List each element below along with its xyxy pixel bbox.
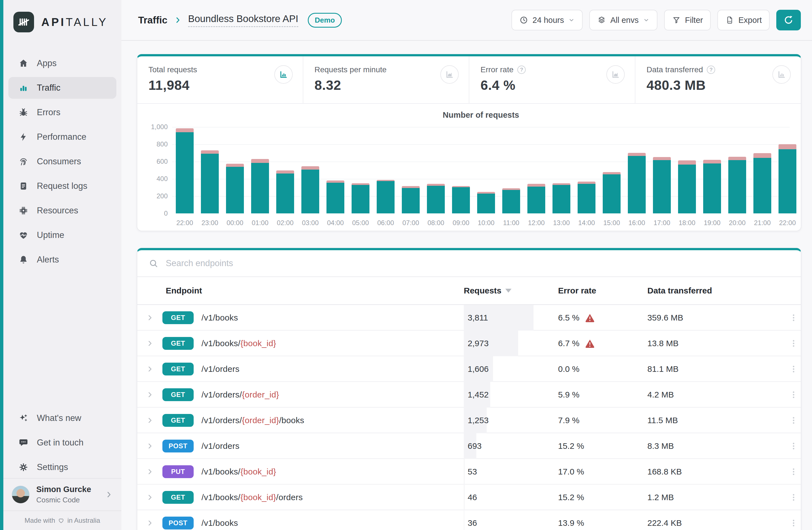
sidebar-item-traffic[interactable]: Traffic [9, 77, 116, 99]
chart-bar[interactable] [775, 127, 800, 214]
column-error-rate[interactable]: Error rate [558, 286, 647, 295]
brand-logo[interactable]: APITALLY [3, 0, 121, 32]
endpoint-row[interactable]: POST /v1/books 36 13.9 % 222.4 KB [137, 510, 801, 530]
chart-bar[interactable] [725, 127, 750, 214]
stat-value: 11,984 [148, 77, 292, 93]
chart-bar[interactable] [373, 127, 398, 214]
expand-row-icon[interactable] [146, 416, 154, 425]
chart-bar[interactable] [448, 127, 474, 214]
sidebar-item-performance[interactable]: Performance [9, 126, 116, 148]
chart-bar[interactable] [423, 127, 448, 214]
expand-row-icon[interactable] [146, 468, 154, 476]
x-axis: 22:0023:0000:0001:0002:0003:0004:0005:00… [172, 219, 790, 227]
app-name[interactable]: Boundless Bookstore API [188, 13, 298, 27]
kebab-menu-icon[interactable] [789, 441, 798, 451]
chart-bar[interactable] [699, 127, 725, 214]
chart-bar[interactable] [172, 127, 197, 214]
chart-bar[interactable] [273, 127, 298, 214]
sidebar-item-resources[interactable]: Resources [9, 200, 116, 221]
column-requests[interactable]: Requests [464, 286, 558, 295]
chart-bar[interactable] [298, 127, 323, 214]
kebab-menu-icon[interactable] [789, 364, 798, 374]
expand-row-icon[interactable] [146, 493, 154, 502]
chart-bar[interactable] [549, 127, 574, 214]
plot-area [172, 127, 790, 214]
sidebar-item-apps[interactable]: Apps [9, 53, 116, 74]
chart-bar[interactable] [323, 127, 348, 214]
chart-bar[interactable] [750, 127, 775, 214]
refresh-button[interactable] [776, 10, 801, 30]
bar-chart-metric-icon [274, 65, 293, 84]
search-input[interactable] [166, 258, 790, 268]
chart-bar[interactable] [524, 127, 549, 214]
expand-row-icon[interactable] [146, 442, 154, 450]
stat-requests-per-minute[interactable]: Requests per minute 8.32 [303, 56, 469, 103]
chart-bar[interactable] [624, 127, 649, 214]
endpoint-row[interactable]: GET /v1/orders/{order_id} 1,452 5.9 % 4.… [137, 382, 801, 408]
stat-error-rate[interactable]: Error rate? 6.4 % [469, 56, 635, 103]
sidebar-item-alerts[interactable]: Alerts [9, 249, 116, 270]
chart-bar[interactable] [348, 127, 373, 214]
sidebar-item-get-in-touch[interactable]: Get in touch [9, 432, 116, 454]
column-endpoint[interactable]: Endpoint [162, 286, 202, 295]
endpoint-row[interactable]: POST /v1/orders 693 15.2 % 8.3 MB [137, 433, 801, 459]
chart-title: Number of requests [172, 111, 790, 120]
kebab-menu-icon[interactable] [789, 313, 798, 322]
chart-bar[interactable] [222, 127, 247, 214]
expand-row-icon[interactable] [146, 519, 154, 527]
chart-bar[interactable] [499, 127, 524, 214]
sidebar-item-consumers[interactable]: Consumers [9, 151, 116, 172]
chat-icon [18, 438, 28, 448]
kebab-menu-icon[interactable] [789, 390, 798, 399]
method-badge: GET [162, 414, 194, 427]
chart-bar[interactable] [398, 127, 423, 214]
requests-value: 36 [464, 518, 477, 528]
x-tick-label: 10:00 [474, 219, 499, 227]
endpoint-row[interactable]: GET /v1/books/{book_id} 2,973 6.7 % 13.8… [137, 330, 801, 356]
sidebar-item-uptime[interactable]: Uptime [9, 224, 116, 246]
stat-data-transferred[interactable]: Data transferred? 480.3 MB [635, 56, 801, 103]
kebab-menu-icon[interactable] [789, 416, 798, 425]
x-tick-label: 02:00 [273, 219, 298, 227]
user-menu[interactable]: Simon Gurcke Cosmic Code [3, 478, 121, 511]
endpoint-row[interactable]: PUT /v1/books/{book_id} 53 17.0 % 168.8 … [137, 459, 801, 485]
time-range-dropdown[interactable]: 24 hours [511, 10, 583, 30]
kebab-menu-icon[interactable] [789, 339, 798, 348]
heart-icon [58, 517, 64, 524]
help-icon[interactable]: ? [707, 65, 715, 74]
sidebar-item-settings[interactable]: Settings [9, 456, 116, 478]
breadcrumb-root[interactable]: Traffic [138, 15, 168, 26]
stat-total-requests[interactable]: Total requests 11,984 [137, 56, 303, 103]
sidebar-item-request-logs[interactable]: Request logs [9, 175, 116, 197]
chart-bar[interactable] [474, 127, 499, 214]
expand-row-icon[interactable] [146, 365, 154, 373]
expand-row-icon[interactable] [146, 339, 154, 348]
chevron-down-icon [643, 17, 650, 24]
endpoint-row[interactable]: GET /v1/books 3,811 6.5 % 359.6 MB [137, 305, 801, 330]
chart-bar[interactable] [599, 127, 624, 214]
environment-dropdown[interactable]: All envs [589, 10, 657, 30]
chart-bar[interactable] [675, 127, 699, 214]
method-badge: GET [162, 337, 194, 350]
chart-bar[interactable] [649, 127, 675, 214]
expand-row-icon[interactable] [146, 391, 154, 399]
column-data-transferred[interactable]: Data transferred [647, 286, 785, 295]
sort-desc-icon [505, 289, 511, 293]
kebab-menu-icon[interactable] [789, 467, 798, 476]
endpoint-row[interactable]: GET /v1/books/{book_id}/orders 46 15.2 %… [137, 485, 801, 510]
help-icon[interactable]: ? [517, 65, 526, 74]
chart-bar[interactable] [247, 127, 273, 214]
sidebar-item-whats-new[interactable]: What's new [9, 407, 116, 429]
y-axis: 1,000 800 600 400 200 0 [148, 127, 172, 214]
top-bar: Traffic Boundless Bookstore API Demo 24 … [121, 0, 812, 41]
kebab-menu-icon[interactable] [789, 518, 798, 528]
chart-bar[interactable] [197, 127, 222, 214]
sidebar-item-errors[interactable]: Errors [9, 102, 116, 123]
chart-bar[interactable] [574, 127, 599, 214]
endpoint-row[interactable]: GET /v1/orders 1,606 0.0 % 81.1 MB [137, 356, 801, 382]
kebab-menu-icon[interactable] [789, 492, 798, 502]
export-button[interactable]: csv Export [717, 10, 770, 30]
expand-row-icon[interactable] [146, 313, 154, 322]
filter-button[interactable]: Filter [664, 10, 711, 30]
endpoint-row[interactable]: GET /v1/orders/{order_id}/books 1,253 7.… [137, 408, 801, 433]
